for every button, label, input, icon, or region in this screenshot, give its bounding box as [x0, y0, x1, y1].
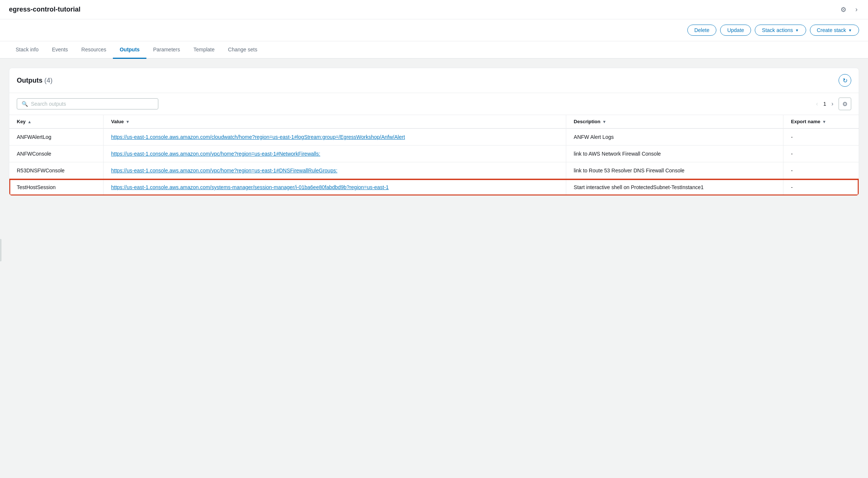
value-sort-icon: ▼	[126, 120, 130, 124]
table-row: R53DNSFWConsolehttps://us-east-1.console…	[9, 162, 859, 179]
cell-export-name: -	[783, 179, 859, 196]
search-icon: 🔍	[22, 101, 28, 107]
table-row: TestHostSessionhttps://us-east-1.console…	[9, 179, 859, 196]
create-stack-button[interactable]: Create stack ▼	[810, 25, 859, 36]
chevron-right-icon: ›	[855, 6, 858, 13]
tab-template[interactable]: Template	[187, 41, 221, 59]
search-input[interactable]	[31, 101, 153, 107]
outputs-card: Outputs (4) ↻ 🔍 ‹ 1 › ⚙	[9, 68, 859, 196]
cell-description: ANFW Alert Logs	[566, 128, 783, 146]
tabs-bar: Stack info Events Resources Outputs Para…	[0, 41, 868, 59]
cell-export-name: -	[783, 128, 859, 146]
tab-stack-info[interactable]: Stack info	[9, 41, 45, 59]
tab-parameters[interactable]: Parameters	[146, 41, 187, 59]
cell-value: https://us-east-1.console.aws.amazon.com…	[104, 179, 566, 196]
card-header: Outputs (4) ↻	[9, 68, 859, 93]
search-box: 🔍	[17, 98, 158, 109]
output-value-link[interactable]: https://us-east-1.console.aws.amazon.com…	[111, 151, 320, 157]
cell-description: link to AWS Network Firewall Console	[566, 146, 783, 162]
col-header-key: Key ▲	[9, 115, 104, 128]
col-header-export-name: Export name ▼	[783, 115, 859, 128]
refresh-icon: ↻	[843, 77, 848, 84]
col-header-value: Value ▼	[104, 115, 566, 128]
settings-icon: ⚙	[842, 101, 848, 108]
stack-actions-chevron-icon: ▼	[795, 28, 799, 32]
description-sort-icon: ▼	[602, 120, 606, 124]
top-bar: egress-control-tutorial ⚙ ›	[0, 0, 868, 19]
page-number: 1	[823, 101, 826, 107]
stack-actions-button[interactable]: Stack actions ▼	[755, 25, 806, 36]
output-value-link[interactable]: https://us-east-1.console.aws.amazon.com…	[111, 184, 389, 190]
output-value-link[interactable]: https://us-east-1.console.aws.amazon.com…	[111, 134, 405, 140]
create-stack-chevron-icon: ▼	[848, 28, 852, 32]
pagination-row: ‹ 1 › ⚙	[814, 98, 851, 110]
cell-value: https://us-east-1.console.aws.amazon.com…	[104, 146, 566, 162]
tab-outputs[interactable]: Outputs	[113, 41, 146, 59]
next-page-button[interactable]: ›	[829, 100, 836, 108]
action-bar: Delete Update Stack actions ▼ Create sta…	[0, 19, 868, 41]
update-button[interactable]: Update	[720, 25, 751, 36]
search-row: 🔍 ‹ 1 › ⚙	[9, 93, 859, 115]
refresh-button[interactable]: ↻	[839, 74, 851, 87]
cell-value: https://us-east-1.console.aws.amazon.com…	[104, 128, 566, 146]
cell-key: TestHostSession	[9, 179, 104, 196]
top-bar-icons: ⚙ ›	[839, 4, 859, 15]
cell-export-name: -	[783, 146, 859, 162]
table-settings-button[interactable]: ⚙	[839, 98, 851, 110]
table-row: ANFWAlertLoghttps://us-east-1.console.aw…	[9, 128, 859, 146]
col-header-description: Description ▼	[566, 115, 783, 128]
chevron-icon-button[interactable]: ›	[854, 4, 859, 15]
export-name-sort-icon: ▼	[822, 120, 826, 124]
outputs-count: (4)	[44, 77, 53, 84]
cell-export-name: -	[783, 162, 859, 179]
key-sort-icon: ▲	[28, 120, 32, 124]
outputs-table-wrap: Key ▲ Value ▼ Descriptio	[9, 115, 859, 195]
table-row: ANFWConsolehttps://us-east-1.console.aws…	[9, 146, 859, 162]
cell-description: Start interactive shell on ProtectedSubn…	[566, 179, 783, 196]
cell-value: https://us-east-1.console.aws.amazon.com…	[104, 162, 566, 179]
main-content: Outputs (4) ↻ 🔍 ‹ 1 › ⚙	[0, 59, 868, 205]
cell-key: ANFWConsole	[9, 146, 104, 162]
tab-resources[interactable]: Resources	[75, 41, 113, 59]
output-value-link[interactable]: https://us-east-1.console.aws.amazon.com…	[111, 168, 337, 173]
card-title: Outputs (4)	[17, 77, 53, 85]
cell-description: link to Route 53 Resolver DNS Firewall C…	[566, 162, 783, 179]
prev-page-button[interactable]: ‹	[814, 100, 820, 108]
tab-change-sets[interactable]: Change sets	[221, 41, 264, 59]
gear-icon: ⚙	[840, 6, 846, 14]
gear-icon-button[interactable]: ⚙	[839, 4, 848, 15]
page-title: egress-control-tutorial	[9, 6, 80, 13]
delete-button[interactable]: Delete	[687, 25, 716, 36]
cell-key: ANFWAlertLog	[9, 128, 104, 146]
tab-events[interactable]: Events	[45, 41, 75, 59]
outputs-table: Key ▲ Value ▼ Descriptio	[9, 115, 859, 195]
cell-key: R53DNSFWConsole	[9, 162, 104, 179]
